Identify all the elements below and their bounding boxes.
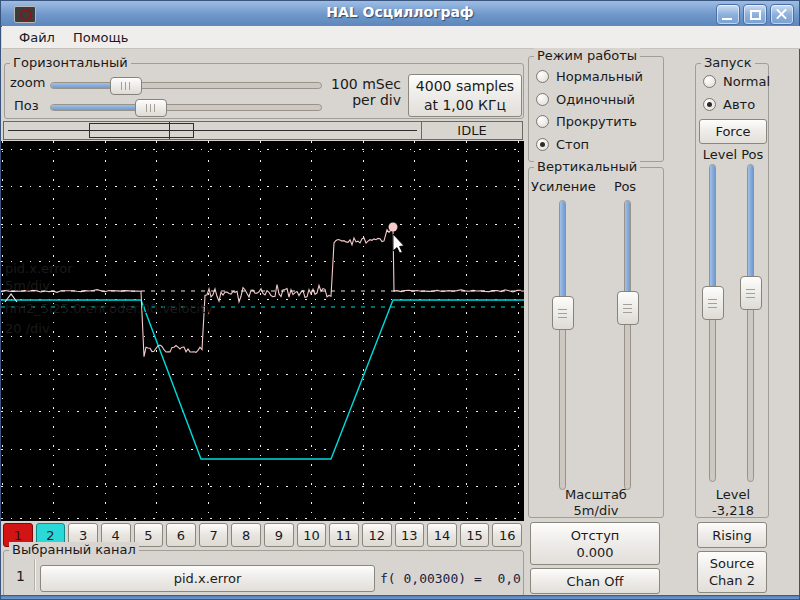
ch2-scale-label: 20 /div — [5, 321, 50, 336]
radio-icon[interactable] — [536, 93, 549, 106]
mouse-cursor — [393, 234, 404, 253]
trigger-source-button[interactable]: Source Chan 2 — [697, 551, 767, 593]
radio-label: Авто — [723, 97, 755, 112]
chan-off-button[interactable]: Chan Off — [530, 568, 660, 594]
menu-file[interactable]: Файл — [10, 28, 64, 47]
trigger-pos-slider[interactable] — [747, 164, 754, 482]
window-bottom-edge — [1, 595, 799, 599]
run-mode-group-label: Режим работы — [534, 48, 640, 63]
maximize-icon — [750, 10, 761, 20]
gain-label: Усиление — [531, 179, 596, 194]
trigger-level-slider-handle[interactable] — [702, 286, 724, 320]
run-mode-option-1[interactable]: Одиночный — [536, 92, 635, 107]
scale-label: Масштаб — [529, 487, 663, 502]
ch1-name-label: pid.x.error — [5, 261, 73, 276]
selected-channel-group: Выбранный канал 1 pid.x.error f( 0,00300… — [3, 550, 524, 597]
capture-status: IDLE — [422, 121, 523, 140]
pos-slider[interactable] — [50, 104, 322, 111]
trigger-edge-button[interactable]: Rising — [697, 522, 767, 548]
trigger-position-tick — [169, 122, 170, 139]
menu-help[interactable]: Помощь — [64, 28, 137, 47]
samples-button[interactable]: 4000 samples at 1,00 КГц — [408, 74, 522, 117]
channel-button-6[interactable]: 6 — [166, 523, 196, 547]
horizontal-group: Горизонтальный zoom Поз 100 mSec per div… — [4, 63, 524, 119]
offset-button[interactable]: Отступ 0.000 — [530, 522, 660, 565]
trigger-option-0[interactable]: Normal — [703, 74, 770, 89]
radio-icon[interactable] — [536, 115, 549, 128]
vpos-slider[interactable] — [624, 200, 631, 490]
horizontal-group-label: Горизонтальный — [10, 55, 131, 70]
rate-per-div-label: 100 mSec per div — [325, 76, 401, 108]
zoom-slider[interactable] — [50, 82, 322, 89]
radio-icon[interactable] — [703, 98, 716, 111]
vpos-slider-handle[interactable] — [617, 291, 639, 325]
vpos-label: Pos — [614, 179, 636, 194]
zoom-label: zoom — [10, 75, 45, 90]
radio-icon[interactable] — [703, 75, 716, 88]
channel-button-10[interactable]: 10 — [297, 523, 327, 547]
trigger-option-1[interactable]: Авто — [703, 97, 755, 112]
radio-label: Прокрутить — [556, 114, 637, 129]
record-line — [8, 130, 417, 131]
gain-slider-handle[interactable] — [552, 296, 574, 330]
close-button[interactable] — [770, 4, 794, 25]
radio-label: Normal — [723, 74, 770, 89]
channel-button-13[interactable]: 13 — [395, 523, 425, 547]
minimize-button[interactable] — [716, 4, 740, 25]
radio-icon[interactable] — [536, 138, 549, 151]
window-title: HAL Осциллограф — [1, 4, 799, 20]
channel-button-11[interactable]: 11 — [329, 523, 359, 547]
app-window: HAL Осциллограф Файл Помощь Горизонтальн… — [0, 0, 800, 600]
level-value: -3,218 — [696, 503, 770, 518]
channel-button-7[interactable]: 7 — [199, 523, 229, 547]
channel-button-15[interactable]: 15 — [460, 523, 490, 547]
gain-slider[interactable] — [559, 200, 566, 490]
trigger-group: Запуск NormalАвто Force Level Pos Level … — [695, 63, 769, 518]
separator — [34, 559, 36, 591]
run-mode-option-3[interactable]: Стоп — [536, 137, 589, 152]
radio-label: Одиночный — [556, 92, 635, 107]
level-pos-label: Level Pos — [696, 147, 770, 162]
record-preview[interactable] — [3, 121, 422, 140]
maximize-button[interactable] — [743, 4, 767, 25]
radio-label: Нормальный — [556, 69, 643, 84]
trigger-pos-slider-handle[interactable] — [740, 276, 762, 310]
channel-button-12[interactable]: 12 — [362, 523, 392, 547]
force-button[interactable]: Force — [699, 119, 767, 144]
selected-channel-group-label: Выбранный канал — [9, 542, 139, 557]
pos-slider-handle[interactable] — [135, 99, 167, 117]
menu-bar: Файл Помощь — [2, 26, 800, 49]
zoom-slider-handle[interactable] — [110, 77, 142, 95]
run-mode-group: Режим работы НормальныйОдиночныйПрокрути… — [528, 56, 664, 162]
channel-name-button[interactable]: pid.x.error — [40, 565, 375, 592]
channel-button-8[interactable]: 8 — [231, 523, 261, 547]
run-mode-option-2[interactable]: Прокрутить — [536, 114, 637, 129]
radio-label: Стоп — [556, 137, 589, 152]
channel-button-9[interactable]: 9 — [264, 523, 294, 547]
title-bar[interactable]: HAL Осциллограф — [1, 1, 799, 27]
level-label: Level — [696, 487, 770, 502]
record-view-window[interactable] — [89, 123, 194, 138]
vertical-group-label: Вертикальный — [534, 159, 640, 174]
scope-display[interactable]: pid.x.error 5m/div hm2_5i25.0.encoder.00… — [1, 141, 524, 521]
ch1-scale-label: 5m/div — [5, 278, 50, 293]
ch2-name-label: hm2_5i25.0.encoder.00.velocity — [5, 301, 213, 316]
cursor-readout: f( 0,00300) = 0,0 — [380, 571, 521, 586]
scale-value: 5m/div — [529, 503, 663, 518]
pos-label: Поз — [14, 98, 39, 113]
trigger-group-label: Запуск — [701, 55, 755, 70]
vertical-group: Вертикальный Усиление Pos Масштаб 5m/div — [528, 167, 664, 518]
selected-channel-number: 1 — [16, 568, 25, 584]
trigger-level-slider[interactable] — [709, 164, 716, 482]
minimize-icon — [722, 18, 732, 20]
radio-icon[interactable] — [536, 70, 549, 83]
channel-button-14[interactable]: 14 — [427, 523, 457, 547]
run-mode-option-0[interactable]: Нормальный — [536, 69, 643, 84]
scope-canvas — [1, 141, 524, 521]
channel-button-16[interactable]: 16 — [492, 523, 522, 547]
